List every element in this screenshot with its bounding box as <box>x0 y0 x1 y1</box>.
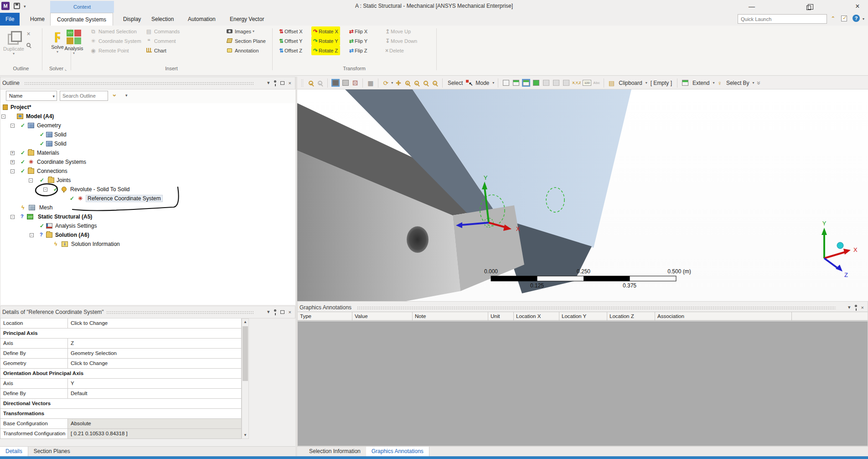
named-selection-button[interactable]: ⧉Named Selection <box>89 26 141 36</box>
analysis-button[interactable]: 777 Analysis ▾ <box>61 27 87 65</box>
select-edge-button[interactable] <box>513 80 519 86</box>
extend-button-caret-icon[interactable]: ▾ <box>713 81 714 85</box>
details-row[interactable]: Define ByDefault <box>0 389 242 399</box>
previous-view-button[interactable]: ◂ <box>309 81 313 85</box>
select-body-button[interactable] <box>533 80 539 86</box>
rotate-z-button[interactable]: ↷Rotate Z <box>311 46 340 55</box>
annotations-close-icon[interactable]: × <box>861 305 864 310</box>
section-plane-button[interactable]: Section Plane <box>226 36 266 46</box>
select-element-face-button[interactable] <box>553 80 559 86</box>
rotate-button[interactable]: ⟳ <box>382 79 389 87</box>
clipboard-button-label[interactable]: Clipboard <box>617 80 643 86</box>
random-colors-button[interactable]: ⚄ <box>351 79 359 87</box>
extend-button[interactable] <box>682 80 688 86</box>
mode-button[interactable] <box>466 80 472 86</box>
viewports-button[interactable]: ▦ <box>367 79 374 87</box>
select-by-button-caret-icon[interactable]: ▾ <box>753 81 754 85</box>
select-vertex-button[interactable] <box>503 80 509 86</box>
solver-dialog-launcher[interactable]: ⌞ <box>65 67 67 71</box>
expander-icon[interactable]: - <box>10 169 15 173</box>
bottom-tab-details[interactable]: Details <box>0 447 28 457</box>
select-label[interactable]: Select <box>446 80 464 86</box>
tree-item-solution-information[interactable]: ϟiSolution Information <box>0 240 295 249</box>
commands-button[interactable]: ▤Commands <box>145 26 180 36</box>
scroll-up-icon[interactable]: ▲ <box>242 319 248 325</box>
more-tools-chevron[interactable]: » <box>755 80 763 86</box>
tab-home[interactable]: Home <box>24 13 51 26</box>
details-scrollbar[interactable]: ▲ ▼ <box>242 318 249 439</box>
rotate-button-caret-icon[interactable]: ▾ <box>391 81 393 85</box>
annotations-table-body[interactable] <box>298 321 868 446</box>
tree-item-solid-1[interactable]: ✓Solid <box>0 130 295 140</box>
wireframe-button[interactable] <box>342 80 349 86</box>
outline-pin-icon[interactable] <box>274 80 276 83</box>
tree-item-geometry[interactable]: -✓Geometry <box>0 121 295 130</box>
quick-launch-input[interactable] <box>738 14 827 24</box>
move-up-button[interactable]: ↥Move Up <box>385 26 417 36</box>
column-header-location-y[interactable]: Location Y <box>559 312 607 320</box>
details-dropdown-icon[interactable]: ▾ <box>267 309 270 315</box>
graphics-viewport[interactable]: Y X 0.000 0.250 0.500 (m) 0.125 0.375 <box>297 89 868 301</box>
bottom-tab-graphics-annotations[interactable]: Graphics Annotations <box>366 447 429 457</box>
tree-item-analysis-settings[interactable]: ✓Analysis Settings <box>0 222 295 231</box>
orientation-triad[interactable]: Y X Z <box>822 220 858 278</box>
search-outline-input[interactable] <box>60 91 108 101</box>
select-by-button-label[interactable]: Select By <box>725 80 751 86</box>
column-header-location-x[interactable]: Location X <box>514 312 559 320</box>
outline-dropdown-icon[interactable]: ▾ <box>267 80 270 86</box>
tree-item-solid-2[interactable]: ✓Solid <box>0 140 295 149</box>
tree-item-joints[interactable]: -✓Joints <box>0 176 295 185</box>
clipboard-button-caret-icon[interactable]: ▾ <box>646 81 647 85</box>
tree-item-solution[interactable]: -?Solution (A6) <box>0 231 295 240</box>
column-header-association[interactable]: Association <box>655 312 792 320</box>
search-options-caret-icon[interactable]: ▾ <box>125 93 128 98</box>
select-xyz-button[interactable]: X,Y,Z <box>572 81 581 85</box>
column-header-type[interactable]: Type <box>298 312 352 320</box>
tree-item-static-structural[interactable]: -?777Static Structural (A5) <box>0 213 295 222</box>
help-icon[interactable]: ? <box>852 15 860 22</box>
coordinate-system-button[interactable]: ✳Coordinate System <box>89 36 141 46</box>
restore-button[interactable] <box>802 2 816 11</box>
expander-icon[interactable]: - <box>29 178 33 183</box>
clipboard-empty-label[interactable]: [ Empty ] <box>649 80 673 86</box>
clipboard-button[interactable]: ▤ <box>608 79 615 87</box>
delete-button[interactable]: ×Delete <box>385 46 417 55</box>
rotate-x-button[interactable]: ↷Rotate X <box>311 26 340 36</box>
comment-button[interactable]: ❝Comment <box>145 36 180 46</box>
outline-maximize-icon[interactable] <box>280 81 284 85</box>
help-caret-icon[interactable]: ▾ <box>863 17 864 21</box>
checkbox-icon[interactable] <box>841 16 847 21</box>
tree-item-model[interactable]: -Model (A4) <box>0 112 295 121</box>
tag-100-button[interactable]: 100 <box>583 80 591 86</box>
details-row[interactable]: Transformed Configuration[ 0.21 0.10533 … <box>0 429 242 439</box>
select-face-button[interactable] <box>523 80 529 86</box>
details-row[interactable]: GeometryClick to Change <box>0 359 242 369</box>
move-down-button[interactable]: ↧Move Down <box>385 36 417 46</box>
expander-icon[interactable]: + <box>10 160 15 164</box>
zoom-in-button[interactable]: + <box>414 81 419 85</box>
bottom-tab-selection-information[interactable]: Selection Information <box>304 447 366 457</box>
tab-coordinate-systems[interactable]: Coordinate Systems <box>50 13 113 26</box>
tree-item-materials[interactable]: +✓Materials <box>0 149 295 158</box>
tab-file[interactable]: File <box>0 13 20 26</box>
rotate-y-button[interactable]: ↷Rotate Y <box>311 36 340 46</box>
tree-item-mesh[interactable]: ϟMesh <box>0 203 295 213</box>
minimize-button[interactable]: — <box>745 2 759 11</box>
collapse-ribbon-icon[interactable]: ⌃ <box>831 16 835 21</box>
tree-item-project[interactable]: Project* <box>0 103 295 112</box>
tree-item-reference-coordinate-system[interactable]: ✓Reference Coordinate System <box>0 194 295 203</box>
chart-button[interactable]: Chart <box>145 46 180 55</box>
mode-label-caret-icon[interactable]: ▾ <box>492 81 494 85</box>
bottom-tab-section-planes[interactable]: Section Planes <box>28 447 76 457</box>
delete-outline-icon[interactable]: × <box>26 30 31 41</box>
expander-icon[interactable]: - <box>10 124 15 128</box>
details-maximize-icon[interactable] <box>280 310 284 314</box>
scroll-down-icon[interactable]: ▼ <box>242 432 248 438</box>
box-zoom-button[interactable]: ▫ <box>424 81 428 85</box>
select-by-button[interactable]: ♀ <box>716 79 723 87</box>
find-in-outline-icon[interactable] <box>26 41 31 52</box>
tree-item-connections[interactable]: -✓Connections <box>0 167 295 176</box>
images-button[interactable]: Images▾ <box>226 26 266 36</box>
outline-close-icon[interactable]: × <box>289 80 291 86</box>
flip-y-button[interactable]: ⇄Flip Y <box>349 36 367 46</box>
